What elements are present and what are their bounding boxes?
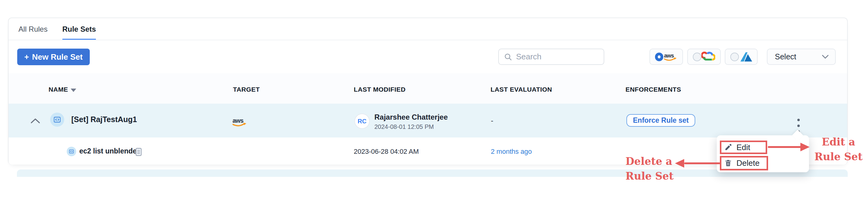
rule-set-name[interactable]: [Set] RajTestAug1 [71, 115, 137, 124]
delete-annotation-text: Delete a Rule Set [625, 154, 687, 184]
avatar-initials: RC [358, 118, 367, 125]
chevron-down-icon [822, 54, 829, 59]
avatar: RC [354, 114, 370, 129]
azure-logo-icon [740, 51, 752, 62]
modified-date: 2024-08-01 12:05 PM [374, 123, 434, 130]
svg-text:aws: aws [664, 52, 674, 58]
last-evaluation-value: - [491, 116, 493, 125]
rule-modified-date: 2023-06-28 04:02 AM [354, 148, 419, 156]
column-header-target: TARGET [233, 86, 260, 93]
tab-rule-sets[interactable]: Rule Sets [62, 18, 96, 40]
gcp-radio[interactable] [693, 53, 702, 61]
tab-rule-sets-label: Rule Sets [62, 25, 96, 33]
rule-last-evaluation-link[interactable]: 2 months ago [491, 148, 532, 156]
rule-sets-page: All Rules Rule Sets + New Rule Set aws [0, 0, 868, 203]
tab-all-rules[interactable]: All Rules [19, 18, 48, 40]
rule-set-icon [53, 115, 61, 124]
sort-desc-icon[interactable] [71, 89, 76, 92]
select-dropdown[interactable]: Select [767, 49, 836, 65]
tab-all-rules-label: All Rules [19, 25, 48, 33]
enforce-rule-set-label: Enforce Rule set [633, 116, 689, 124]
search-box [498, 49, 604, 65]
search-input[interactable] [516, 52, 599, 61]
edit-annotation-arrowhead-icon [800, 143, 810, 151]
new-rule-set-button[interactable]: + New Rule Set [17, 49, 90, 65]
aws-target-icon: aws [232, 116, 247, 128]
delete-annotation-line1: Delete a [625, 154, 687, 169]
collapse-chevron-up-icon[interactable] [30, 118, 40, 124]
rule-name[interactable]: ec2 list unblended [79, 147, 141, 155]
copy-icon[interactable] [135, 148, 142, 156]
aws-logo-icon: aws [663, 51, 677, 63]
provider-toggle-azure[interactable] [725, 49, 758, 65]
plus-icon: + [24, 52, 29, 62]
search-icon [504, 53, 513, 61]
select-label: Select [775, 52, 796, 61]
rule-badge [67, 147, 76, 156]
svg-text:aws: aws [233, 117, 244, 124]
edit-annotation-arrow-line [768, 146, 802, 148]
column-header-last-evaluation: LAST EVALUATION [491, 86, 552, 93]
edit-annotation-line2: Rule Set [811, 149, 866, 164]
table-header-band [9, 73, 847, 104]
provider-toggle-gcp[interactable] [687, 49, 721, 65]
edit-annotation-line1: Edit a [811, 135, 866, 149]
gcp-logo-icon [702, 51, 715, 63]
enforce-rule-set-button[interactable]: Enforce Rule set [626, 114, 695, 127]
tab-separator [9, 40, 847, 40]
delete-annotation-line2: Rule Set [625, 169, 687, 184]
tab-bar: All Rules Rule Sets [9, 18, 847, 40]
edit-annotation-text: Edit a Rule Set [811, 135, 866, 164]
edit-annotation-box [720, 141, 767, 154]
aws-radio-selected[interactable] [655, 53, 663, 61]
column-header-name[interactable]: NAME [49, 86, 68, 93]
column-header-last-modified: LAST MODIFIED [354, 86, 406, 93]
rule-set-badge [50, 113, 64, 127]
delete-annotation-box [720, 156, 768, 170]
rule-icon [68, 149, 74, 154]
new-rule-set-label: New Rule Set [32, 52, 83, 62]
modified-by-name: Rajarshee Chatterjee [374, 113, 448, 121]
delete-annotation-arrow-line [684, 163, 720, 164]
azure-radio[interactable] [730, 53, 739, 61]
provider-toggle-aws[interactable]: aws [649, 49, 683, 65]
column-header-enforcements: ENFORCEMENTS [625, 86, 681, 93]
